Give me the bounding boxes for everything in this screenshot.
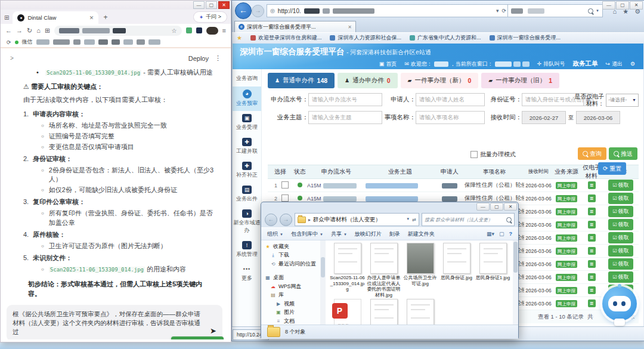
bookmark-refresh-icon[interactable]: ⟳ bbox=[7, 39, 11, 45]
query-button[interactable]: 查询 bbox=[578, 147, 606, 160]
file-item[interactable]: 居民身份证.jpg bbox=[438, 243, 475, 298]
reload-icon[interactable]: ↻ bbox=[27, 27, 32, 35]
tree-item-libraries[interactable]: ▤库 bbox=[261, 291, 320, 300]
kebab-menu-icon[interactable]: ⋮ bbox=[215, 54, 221, 62]
flow-input[interactable]: 请输入申办流水号 bbox=[308, 93, 382, 106]
new-tab-button[interactable]: + bbox=[103, 13, 107, 21]
minimize-button[interactable]: — bbox=[476, 203, 490, 211]
extension-icon[interactable] bbox=[186, 27, 192, 33]
tree-item-pictures-library[interactable]: ▣图片 bbox=[261, 308, 320, 317]
files-scrollbar[interactable] bbox=[513, 240, 518, 325]
reset-button[interactable]: ⟳重置 bbox=[598, 162, 626, 175]
sidebar-caret[interactable]: > bbox=[10, 55, 14, 61]
tab-case-type-0[interactable]: ♟普通申办件148 bbox=[268, 73, 335, 88]
maximize-button[interactable]: ▢ bbox=[206, 1, 217, 9]
time-from-input[interactable]: 2026-02-27 bbox=[522, 111, 566, 124]
nav-logout[interactable]: ↪退出 bbox=[605, 60, 623, 68]
forward-button[interactable]: → bbox=[280, 214, 292, 226]
receive-button[interactable]: ☑领取 bbox=[608, 206, 633, 217]
minimize-button[interactable]: — bbox=[602, 1, 615, 10]
nav-ticket[interactable]: 政务工单 bbox=[572, 60, 597, 68]
refresh-icon[interactable]: ⟳ bbox=[501, 8, 506, 14]
sidebar-item-citywide[interactable]: ◑新全市域通办 bbox=[233, 206, 261, 238]
tab-case-type-1[interactable]: ♟通办申办件0 bbox=[338, 73, 397, 88]
bookmark-star-icon[interactable]: ☆ bbox=[172, 27, 177, 34]
file-item[interactable]: PPDF bbox=[329, 299, 366, 325]
address-bar[interactable]: ▸ 群众申请材料（法人变更） ▼ ⇄ bbox=[295, 213, 419, 226]
favorite-link[interactable]: 广东省集中式人力资源和... bbox=[410, 34, 481, 42]
sidebar-item-system[interactable]: !系统管理 bbox=[233, 238, 261, 262]
menu-icon[interactable]: ≡ bbox=[222, 27, 226, 34]
apps-grid-icon[interactable]: ⊞ bbox=[45, 27, 50, 35]
sidebar-item-output[interactable]: ▤业务出件 bbox=[233, 183, 261, 206]
toolbar-item[interactable]: 新建文件夹 bbox=[408, 230, 435, 238]
file-item[interactable]: 公共场所卫生许可证.jpg bbox=[402, 243, 438, 298]
ie-search-box[interactable]: ▼ bbox=[507, 4, 603, 17]
sidebar-item-accept[interactable]: ▣业务受理 bbox=[233, 111, 261, 135]
forward-button[interactable]: → bbox=[252, 5, 264, 17]
batch-checkbox[interactable] bbox=[470, 151, 478, 158]
sidebar-item-more[interactable]: •••更多 bbox=[233, 262, 261, 286]
tree-scrollbar[interactable] bbox=[320, 240, 326, 325]
file-item[interactable]: 办理人是申请单位或法定代表人委托的书面证明材料.jpg bbox=[366, 243, 402, 298]
search-icon[interactable] bbox=[588, 8, 593, 14]
nav-settings[interactable]: ⚙ bbox=[630, 61, 635, 67]
sidebar-item-supplement[interactable]: ✚补齐补正 bbox=[233, 159, 261, 183]
dropdown-icon[interactable]: ▾ bbox=[496, 8, 499, 14]
receive-button[interactable]: ☑领取 bbox=[608, 271, 633, 283]
file-item[interactable]: Scan2025-11-06_153309_014.jpg bbox=[329, 243, 366, 298]
item-input[interactable]: 请输入事项名称 bbox=[416, 111, 485, 124]
maximize-button[interactable]: ▢ bbox=[490, 203, 503, 211]
sidebar-item-consult[interactable]: 业务咨询 bbox=[233, 70, 261, 87]
receive-button[interactable]: ☑领取 bbox=[608, 245, 633, 257]
ie-tab[interactable]: e 深圳市一窗综合服务受理平... ✕ bbox=[234, 21, 356, 32]
back-button[interactable]: ← bbox=[265, 214, 277, 226]
tree-item-favorites-star[interactable]: ★收藏夹 bbox=[261, 242, 320, 251]
tree-item-wps-cloud[interactable]: ☁WPS网盘 bbox=[261, 282, 320, 291]
favorite-link[interactable]: 深圳市一窗综合服务受理... bbox=[490, 34, 561, 42]
ematerial-select[interactable]: -请选择- ▼ bbox=[606, 94, 639, 107]
close-button[interactable]: ✕ bbox=[630, 1, 643, 10]
receive-button[interactable]: ☑领取 bbox=[608, 219, 633, 230]
push-button[interactable]: 推送 bbox=[609, 147, 637, 160]
close-button[interactable]: ✕ bbox=[504, 203, 517, 211]
nav-queue[interactable]: ✛排队叫号 bbox=[537, 60, 565, 68]
help-icon[interactable]: ? bbox=[509, 231, 513, 237]
back-icon[interactable]: ← bbox=[5, 27, 12, 34]
toolbar-item[interactable]: 刻录 bbox=[389, 230, 400, 238]
receive-button[interactable]: ☑领取 bbox=[608, 232, 633, 243]
ie-address-bar[interactable]: ◎ http://10. ▾ ⟳ bbox=[267, 4, 510, 17]
row-checkbox[interactable] bbox=[281, 181, 289, 189]
file-item[interactable] bbox=[366, 299, 402, 325]
dropdown-icon[interactable]: ▼ bbox=[406, 217, 410, 223]
favorites-star-icon[interactable]: ★ bbox=[237, 35, 242, 41]
tab-panel-icon[interactable]: ⊞ bbox=[4, 14, 9, 21]
search-icon[interactable] bbox=[506, 217, 512, 223]
file-item[interactable] bbox=[402, 299, 438, 325]
minimize-button[interactable]: — bbox=[193, 1, 205, 9]
browser-tab[interactable]: ● Dintal Claw ✕ bbox=[13, 11, 98, 24]
tree-item-downloads-folder[interactable]: ⤓下载 bbox=[261, 251, 320, 260]
tree-item-recent-places[interactable]: ⟲最近访问的位置 bbox=[261, 260, 320, 268]
batch-mode-toggle[interactable]: 批量办理模式 bbox=[470, 150, 516, 159]
profile-avatar[interactable] bbox=[206, 27, 218, 35]
tab-case-type-2[interactable]: ▰一件事办理（新）0 bbox=[401, 73, 479, 88]
message-input[interactable]: 根《据公共场所卫生许可预审要点》，对保存在桌面的——群众申请材料（法人变更）这个… bbox=[7, 305, 222, 339]
extension-icon[interactable] bbox=[196, 27, 202, 33]
view-icon[interactable]: ▦▾ bbox=[487, 231, 494, 237]
close-button[interactable]: ✕ bbox=[218, 1, 230, 9]
search-box[interactable]: 搜索 群众申请材料（法人变更） bbox=[422, 213, 515, 226]
robot-assistant-icon[interactable] bbox=[601, 285, 639, 327]
tree-item-documents-library[interactable]: ≡文档 bbox=[261, 317, 320, 325]
address-bar[interactable]: ☆ bbox=[54, 26, 181, 36]
toolbar-item[interactable]: 组织▼ bbox=[267, 230, 283, 238]
receive-button[interactable]: ☑领取 bbox=[608, 193, 633, 204]
time-to-input[interactable]: 2026-03-06 bbox=[576, 111, 620, 124]
maximize-button[interactable]: ▢ bbox=[616, 1, 629, 10]
bookmark-wechat[interactable]: 微信 bbox=[22, 38, 33, 46]
toolbar-item[interactable]: 放映幻灯片 bbox=[355, 230, 382, 238]
sidebar-item-preview[interactable]: ◕业务预审 bbox=[233, 87, 261, 111]
deploy-button[interactable]: Deploy bbox=[188, 55, 209, 62]
forward-icon[interactable]: → bbox=[16, 27, 23, 34]
favorite-link[interactable]: 深圳市人力资源和社会保... bbox=[330, 34, 401, 42]
